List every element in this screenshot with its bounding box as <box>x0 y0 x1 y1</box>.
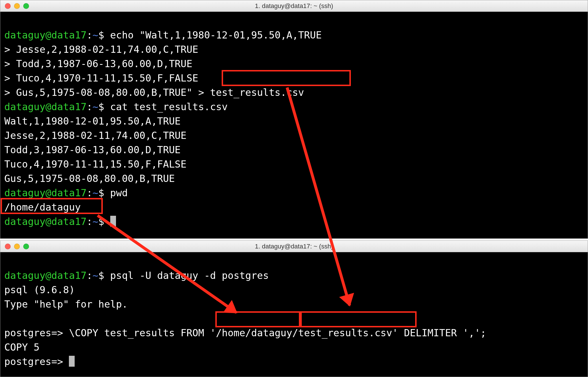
cmd-pwd: pwd <box>110 187 128 199</box>
terminal-window-top[interactable]: 1. dataguy@data17: ~ (ssh) dataguy@data1… <box>0 0 588 239</box>
window-title-top: 1. dataguy@data17: ~ (ssh) <box>0 2 588 10</box>
copy-cmd-post: DELIMITER ','; <box>398 327 486 339</box>
prompt-user: dataguy@data17 <box>4 101 87 112</box>
window-controls <box>0 244 29 249</box>
pwd-output: /home/dataguy <box>4 201 81 213</box>
copy-path: /home/dataguy/ <box>216 327 298 339</box>
window-controls <box>0 3 29 9</box>
window-title-bottom: 1. dataguy@data17: ~ (ssh) <box>0 243 588 250</box>
cat-line-1: Walt,1,1980-12-01,95.50,A,TRUE <box>4 115 181 127</box>
pg-prompt: postgres=> <box>4 356 63 367</box>
psql-version: psql (9.6.8) <box>4 284 75 296</box>
echo-line-2: > Todd,3,1987-06-13,60.00,D,TRUE <box>4 58 192 69</box>
titlebar-bottom: 1. dataguy@data17: ~ (ssh) <box>0 241 588 252</box>
cat-line-4: Tuco,4,1970-11-11,15.50,F,FALSE <box>4 158 187 170</box>
echo-redirect-file: test_results.csv <box>210 87 304 98</box>
prompt-user: dataguy@data17 <box>4 187 87 199</box>
titlebar-top: 1. dataguy@data17: ~ (ssh) <box>0 0 588 12</box>
cmd-cat: cat test_results.csv <box>110 101 228 112</box>
pg-prompt: postgres=> <box>4 327 63 339</box>
zoom-icon[interactable] <box>23 3 29 9</box>
psql-help: Type "help" for help. <box>4 298 128 310</box>
zoom-icon[interactable] <box>23 244 29 249</box>
prompt-user: dataguy@data17 <box>4 216 87 227</box>
minimize-icon[interactable] <box>14 3 20 9</box>
minimize-icon[interactable] <box>14 244 20 249</box>
prompt-path: ~ <box>92 29 98 41</box>
terminal-window-bottom[interactable]: 1. dataguy@data17: ~ (ssh) dataguy@data1… <box>0 240 588 377</box>
echo-line-1: > Jesse,2,1988-02-11,74.00,C,TRUE <box>4 44 198 55</box>
cmd-echo: echo "Walt,1,1980-12-01,95.50,A,TRUE <box>110 29 322 41</box>
copy-cmd-pre: \COPY test_results FROM <box>69 327 210 339</box>
cat-line-2: Jesse,2,1988-02-11,74.00,C,TRUE <box>4 130 187 141</box>
prompt-user: dataguy@data17 <box>4 270 87 281</box>
copy-file: test_results.csv <box>298 327 392 339</box>
cmd-psql: psql -U dataguy -d postgres <box>110 270 269 281</box>
prompt-user: dataguy@data17 <box>4 29 87 41</box>
copy-result: COPY 5 <box>4 341 40 353</box>
cursor <box>69 356 75 367</box>
close-icon[interactable] <box>5 3 11 9</box>
echo-line-4-prefix: > Gus,5,1975-08-08,80.00,B,TRUE" > <box>4 87 210 98</box>
cat-line-3: Todd,3,1987-06-13,60.00,D,TRUE <box>4 144 181 156</box>
terminal-body-bottom[interactable]: dataguy@data17:~$ psql -U dataguy -d pos… <box>0 252 588 370</box>
close-icon[interactable] <box>5 244 11 249</box>
prompt-sep: : <box>87 29 92 41</box>
echo-line-3: > Tuco,4,1970-11-11,15.50,F,FALSE <box>4 72 198 84</box>
cat-line-5: Gus,5,1975-08-08,80.00,B,TRUE <box>4 173 175 184</box>
cursor <box>110 216 116 227</box>
prompt-end: $ <box>98 29 104 41</box>
terminal-body-top[interactable]: dataguy@data17:~$ echo "Walt,1,1980-12-0… <box>0 12 588 230</box>
